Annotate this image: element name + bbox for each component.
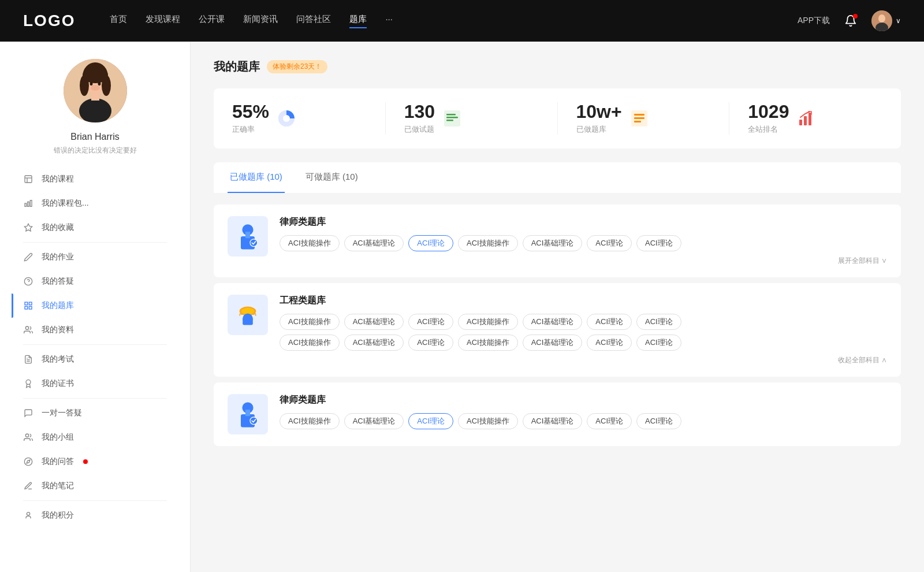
svg-point-61 [250,417,258,425]
nav-quiz[interactable]: 题库 [349,14,367,28]
nav-home[interactable]: 首页 [110,14,127,28]
svg-rect-24 [25,302,28,305]
sidebar-label-profile: 我的资料 [42,325,74,335]
notification-button[interactable] [841,12,860,30]
tag-0-1[interactable]: ACI基础理论 [344,235,404,251]
award-icon [23,378,33,389]
bank-info-0: 律师类题库 ACI技能操作 ACI基础理论 ACI理论 ACI技能操作 ACI基… [280,216,887,266]
sidebar-item-group[interactable]: 我的小组 [12,425,178,450]
tag-1-4[interactable]: ACI基础理论 [523,314,583,330]
tag-1b-6[interactable]: ACI理论 [636,335,681,351]
tag-1-2[interactable]: ACI理论 [408,314,453,330]
sidebar-item-qa[interactable]: 我的答疑 [12,269,178,294]
sidebar-item-points[interactable]: 我的积分 [12,503,178,528]
nav-discover[interactable]: 发现课程 [146,14,180,28]
tag-1-5[interactable]: ACI理论 [587,314,632,330]
bank-name-1: 工程类题库 [280,295,887,307]
svg-rect-20 [30,200,32,207]
nav-news[interactable]: 新闻资讯 [243,14,278,28]
nav-more[interactable]: ··· [385,14,393,28]
svg-point-9 [83,67,108,83]
barchart-icon [23,198,33,209]
bank-name-2: 律师类题库 [280,394,887,406]
tag-2-5[interactable]: ACI理论 [587,413,632,429]
tag-0-2[interactable]: ACI理论 [408,235,453,251]
tag-0-3[interactable]: ACI技能操作 [458,235,518,251]
tabs: 已做题库 (10) 可做题库 (10) [214,162,901,193]
tag-1-0[interactable]: ACI技能操作 [280,314,340,330]
tag-0-5[interactable]: ACI理论 [587,235,632,251]
compass-icon [23,456,33,467]
sidebar-item-certs[interactable]: 我的证书 [12,372,178,396]
bank-icon-lawyer-2 [228,394,268,434]
tag-2-2[interactable]: ACI理论 [408,413,453,429]
sidebar-item-myqa[interactable]: 我的问答 [12,450,178,474]
divider4 [23,500,167,501]
user-avatar-nav[interactable]: ∨ [871,10,901,31]
myqa-notification-dot [83,459,88,464]
user-motto: 错误的决定比没有决定要好 [54,146,137,155]
svg-rect-26 [29,306,32,309]
tag-1b-2[interactable]: ACI理论 [408,335,453,351]
tag-0-0[interactable]: ACI技能操作 [280,235,340,251]
expand-link-0[interactable]: 展开全部科目 ∨ [280,256,887,266]
bank-info-1: 工程类题库 ACI技能操作 ACI基础理论 ACI理论 ACI技能操作 ACI基… [280,295,887,365]
expand-link-1[interactable]: 收起全部科目 ∧ [280,355,887,365]
tag-2-0[interactable]: ACI技能操作 [280,413,340,429]
bar-up-icon [796,108,817,129]
tag-1b-0[interactable]: ACI技能操作 [280,335,340,351]
svg-rect-48 [808,113,811,125]
tab-done[interactable]: 已做题库 (10) [228,162,285,193]
sidebar-item-homework[interactable]: 我的作业 [12,245,178,269]
svg-point-32 [25,434,28,437]
user-name: Brian Harris [70,132,119,142]
tag-1b-4[interactable]: ACI基础理论 [523,335,583,351]
edit-icon [23,252,33,262]
sidebar-item-favorites[interactable]: 我的收藏 [12,216,178,240]
tag-0-4[interactable]: ACI基础理论 [523,235,583,251]
app-download-button[interactable]: APP下载 [798,16,830,26]
sidebar-item-notes[interactable]: 我的笔记 [12,474,178,498]
sidebar-item-1on1[interactable]: 一对一答疑 [12,401,178,425]
svg-marker-21 [24,224,32,231]
tag-1b-1[interactable]: ACI基础理论 [344,335,404,351]
nav-qa[interactable]: 问答社区 [296,14,331,28]
tag-2-3[interactable]: ACI技能操作 [458,413,518,429]
tag-2-6[interactable]: ACI理论 [636,413,681,429]
nav-open-course[interactable]: 公开课 [199,14,225,28]
tag-1-1[interactable]: ACI基础理论 [344,314,404,330]
tag-1b-3[interactable]: ACI技能操作 [458,335,518,351]
svg-rect-41 [446,120,453,121]
group-icon [23,432,33,443]
svg-rect-19 [28,202,29,206]
svg-rect-39 [446,114,456,116]
bank-info-2: 律师类题库 ACI技能操作 ACI基础理论 ACI理论 ACI技能操作 ACI基… [280,394,887,434]
sidebar-item-quizbank[interactable]: 我的题库 [12,294,178,318]
svg-rect-57 [243,318,253,325]
sidebar-item-packages[interactable]: 我的课程包... [12,191,178,216]
svg-point-55 [241,308,254,314]
sidebar-label-favorites: 我的收藏 [42,222,74,233]
tab-available[interactable]: 可做题库 (10) [303,162,360,193]
sidebar-item-exams[interactable]: 我的考试 [12,347,178,372]
tag-0-6[interactable]: ACI理论 [636,235,681,251]
stat-done-value: 130 [404,102,435,121]
tag-2-1[interactable]: ACI基础理论 [344,413,404,429]
list-icon [442,108,463,129]
svg-rect-11 [91,92,99,101]
svg-rect-51 [245,232,250,238]
help-circle-icon [23,276,33,287]
filetext-icon [23,354,33,365]
sidebar-label-qa: 我的答疑 [42,276,74,287]
sidebar-menu: 我的课程 我的课程包... 我的收藏 [0,167,190,528]
tag-1-3[interactable]: ACI技能操作 [458,314,518,330]
sidebar-label-exams: 我的考试 [42,354,74,365]
tag-1-6[interactable]: ACI理论 [636,314,681,330]
sidebar-item-courses[interactable]: 我的课程 [12,167,178,191]
tag-1b-5[interactable]: ACI理论 [587,335,632,351]
sidebar-item-profile[interactable]: 我的资料 [12,318,178,342]
sidebar-label-group: 我的小组 [42,432,74,443]
svg-rect-25 [29,302,32,305]
bank-section-0: 律师类题库 ACI技能操作 ACI基础理论 ACI理论 ACI技能操作 ACI基… [214,205,901,277]
tag-2-4[interactable]: ACI基础理论 [523,413,583,429]
